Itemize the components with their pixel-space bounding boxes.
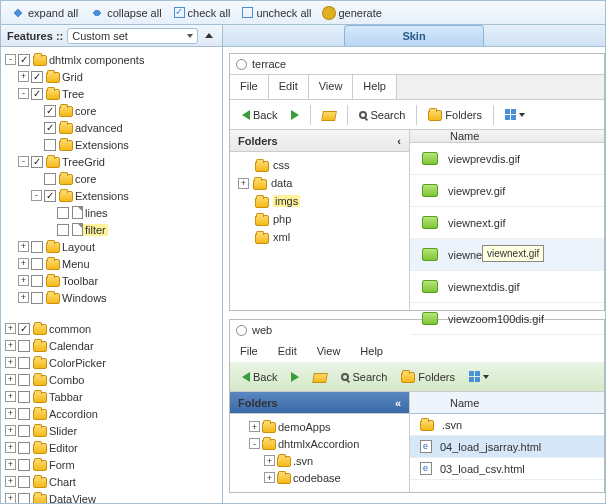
collapse-folders-icon[interactable]: ‹ — [397, 135, 401, 147]
tree-toggle[interactable]: + — [18, 258, 29, 269]
view-mode-button[interactable] — [499, 105, 531, 124]
tree-node[interactable]: core — [1, 170, 222, 187]
features-dropdown[interactable]: Custom set — [67, 28, 198, 44]
name-column-header[interactable]: Name — [450, 397, 479, 409]
tree-checkbox[interactable] — [18, 442, 30, 454]
menu-file[interactable]: File — [230, 75, 269, 99]
file-row[interactable]: .svn — [410, 414, 604, 436]
folder-row[interactable]: php — [230, 210, 409, 228]
tree-checkbox[interactable] — [18, 391, 30, 403]
tree-checkbox[interactable] — [18, 425, 30, 437]
tree-toggle[interactable]: + — [18, 241, 29, 252]
name-column-header[interactable]: Name — [450, 130, 479, 142]
tree-checkbox[interactable] — [44, 105, 56, 117]
tree-toggle[interactable]: - — [18, 156, 29, 167]
file-row[interactable]: viewnext.gif — [410, 207, 604, 239]
tree-node[interactable]: lines — [1, 204, 222, 221]
uncheck-all-button[interactable]: uncheck all — [238, 5, 315, 21]
tree-node[interactable]: + demoApps — [230, 418, 409, 435]
tree-toggle[interactable]: + — [5, 442, 16, 453]
forward-button[interactable] — [285, 106, 305, 124]
tree-node[interactable]: Extensions — [1, 136, 222, 153]
tree-node[interactable]: + Accordion — [1, 405, 222, 422]
tree-checkbox[interactable] — [44, 122, 56, 134]
folder-row[interactable]: css — [230, 156, 409, 174]
tree-checkbox[interactable] — [31, 292, 43, 304]
features-tree[interactable]: - dhtmlx components+ Grid- Tree core adv… — [1, 47, 222, 503]
collapse-panel-icon[interactable] — [202, 29, 216, 43]
collapse-folders-icon[interactable]: « — [395, 397, 401, 409]
back-button[interactable]: Back — [236, 367, 283, 387]
search-button[interactable]: Search — [335, 367, 393, 387]
tree-checkbox[interactable] — [18, 357, 30, 369]
tree-toggle[interactable]: + — [5, 425, 16, 436]
tree-checkbox[interactable] — [44, 139, 56, 151]
tree-node[interactable]: core — [1, 102, 222, 119]
menu-help[interactable]: Help — [350, 340, 393, 362]
tree-checkbox[interactable] — [18, 340, 30, 352]
file-row[interactable]: viewprevdis.gif — [410, 143, 604, 175]
file-row[interactable]: viewnextb.gifviewnext.gif — [410, 239, 604, 271]
tree-node[interactable]: + Slider — [1, 422, 222, 439]
up-folder-button[interactable] — [307, 366, 333, 387]
tree-checkbox[interactable] — [44, 173, 56, 185]
tree-checkbox[interactable] — [18, 408, 30, 420]
tree-node[interactable]: filter — [1, 221, 222, 238]
expand-all-button[interactable]: expand all — [7, 4, 82, 22]
menu-edit[interactable]: Edit — [268, 340, 307, 362]
tree-toggle[interactable]: + — [5, 476, 16, 487]
tree-node[interactable]: + ColorPicker — [1, 354, 222, 371]
folders-button[interactable]: Folders — [422, 104, 488, 125]
generate-button[interactable]: generate — [319, 5, 385, 21]
tree-toggle[interactable]: + — [5, 323, 16, 334]
view-mode-button[interactable] — [463, 367, 495, 386]
folders-button[interactable]: Folders — [395, 366, 461, 387]
tree-node[interactable]: + Windows — [1, 289, 222, 306]
tree-toggle[interactable]: - — [249, 438, 260, 449]
tree-toggle[interactable]: + — [5, 459, 16, 470]
tree-toggle[interactable]: + — [18, 292, 29, 303]
tree-toggle[interactable]: + — [18, 71, 29, 82]
tree-toggle[interactable]: + — [5, 391, 16, 402]
tree-toggle[interactable]: - — [5, 54, 16, 65]
tree-node[interactable]: advanced — [1, 119, 222, 136]
tree-toggle[interactable]: + — [264, 472, 275, 483]
tree-node[interactable]: + Menu — [1, 255, 222, 272]
tree-checkbox[interactable] — [18, 493, 30, 504]
tree-checkbox[interactable] — [31, 275, 43, 287]
radio-terrace[interactable] — [236, 59, 247, 70]
tree-node[interactable]: + Layout — [1, 238, 222, 255]
tree-node[interactable]: + Combo — [1, 371, 222, 388]
menu-edit[interactable]: Edit — [269, 75, 309, 99]
tree-checkbox[interactable] — [18, 374, 30, 386]
tree-checkbox[interactable] — [18, 54, 30, 66]
tree-checkbox[interactable] — [44, 190, 56, 202]
tree-node[interactable]: - Tree — [1, 85, 222, 102]
tree-toggle[interactable]: - — [18, 88, 29, 99]
tree-checkbox[interactable] — [18, 476, 30, 488]
tree-toggle[interactable]: + — [5, 374, 16, 385]
tree-checkbox[interactable] — [18, 323, 30, 335]
tree-node[interactable]: - TreeGrid — [1, 153, 222, 170]
collapse-all-button[interactable]: collapse all — [86, 4, 165, 22]
folder-row[interactable]: imgs — [230, 192, 409, 210]
folder-row[interactable]: +data — [230, 174, 409, 192]
check-all-button[interactable]: check all — [170, 5, 235, 21]
file-row[interactable]: viewnextdis.gif — [410, 271, 604, 303]
tree-node[interactable]: + DataView — [1, 490, 222, 503]
file-row[interactable]: 04_load_jsarray.html — [410, 436, 604, 458]
menu-help[interactable]: Help — [353, 75, 397, 99]
tree-checkbox[interactable] — [31, 258, 43, 270]
tree-checkbox[interactable] — [31, 88, 43, 100]
up-folder-button[interactable] — [316, 104, 342, 125]
tree-toggle[interactable]: - — [31, 190, 42, 201]
tree-node[interactable]: + common — [1, 320, 222, 337]
tree-checkbox[interactable] — [57, 207, 69, 219]
tree-node[interactable]: + codebase — [230, 469, 409, 486]
tree-node[interactable]: + Calendar — [1, 337, 222, 354]
back-button[interactable]: Back — [236, 105, 283, 125]
menu-view[interactable]: View — [309, 75, 354, 99]
tree-node[interactable]: + Form — [1, 456, 222, 473]
tree-node[interactable]: + Grid — [1, 68, 222, 85]
radio-web[interactable] — [236, 325, 247, 336]
